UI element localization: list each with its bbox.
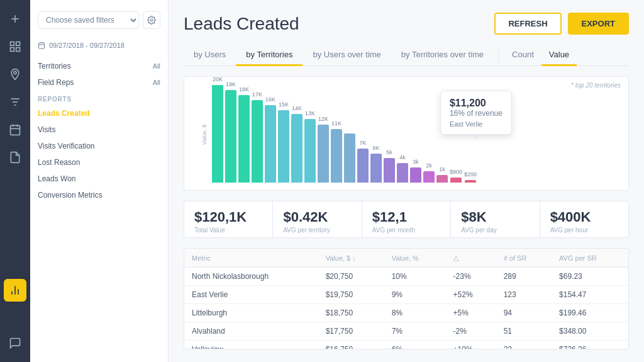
table-column-header: Value, $ ↓ xyxy=(318,249,384,268)
tab-by-users-over-time[interactable]: by Users over time xyxy=(303,45,391,66)
bar-item[interactable]: 1k xyxy=(436,166,448,183)
bar-rect xyxy=(370,154,382,183)
value-cell: $19,750 xyxy=(318,286,384,304)
bar-value-label: 12K xyxy=(318,116,328,122)
settings-button[interactable] xyxy=(143,11,160,29)
value-cell: $20,750 xyxy=(318,268,384,286)
svg-point-17 xyxy=(150,19,153,21)
bar-rect xyxy=(465,180,476,183)
bar-item[interactable]: 17K xyxy=(252,91,263,183)
sidebar-item-lost-reason[interactable]: Lost Reason xyxy=(30,154,168,171)
bar-rect xyxy=(331,129,342,183)
tab-value[interactable]: Value xyxy=(541,45,577,66)
sidebar-item-leads-created[interactable]: Leads Created xyxy=(30,105,168,122)
refresh-button[interactable]: REFRESH xyxy=(494,13,561,35)
bar-item[interactable]: 4k xyxy=(397,154,408,183)
bar-value-label: 4k xyxy=(399,154,406,161)
tab-by-territories-over-time[interactable]: by Territories over time xyxy=(391,45,494,66)
left-navigation xyxy=(0,0,30,362)
page-header: Leads Created REFRESH EXPORT xyxy=(184,13,629,35)
sr-cell: 23 xyxy=(496,341,552,349)
saved-filters-select[interactable]: Choose saved filters xyxy=(38,11,139,29)
metric-cell: East Verlie xyxy=(184,286,318,304)
bar-item[interactable]: 3k xyxy=(410,159,421,183)
sidebar-item-leads-won[interactable]: Leads Won xyxy=(30,171,168,187)
svg-rect-18 xyxy=(39,43,45,48)
bar-item[interactable]: 5k xyxy=(384,149,395,183)
tab-divider xyxy=(499,48,499,63)
delta-cell: +5% xyxy=(446,304,496,322)
tab-by-territories[interactable]: by Territories xyxy=(236,45,303,66)
pct-cell: 7% xyxy=(384,322,446,341)
bar-rect xyxy=(252,100,263,183)
bar-item[interactable]: 19K xyxy=(225,81,236,183)
bar-item[interactable] xyxy=(344,131,355,183)
avg-cell: $69.23 xyxy=(552,268,628,286)
bar-value-label: 7K xyxy=(359,140,366,146)
tab-count[interactable]: Count xyxy=(504,45,541,66)
nav-document-icon[interactable] xyxy=(4,146,26,169)
nav-chat-icon[interactable] xyxy=(4,332,26,354)
table-column-header: # of SR xyxy=(496,249,552,268)
nav-filter-icon[interactable] xyxy=(4,91,26,113)
bar-item[interactable]: $200 xyxy=(464,171,477,183)
bar-item[interactable]: 18K xyxy=(238,86,250,183)
table-row: East Verlie$19,7509%+52%123$154.47 xyxy=(184,286,628,304)
y-axis-label: Value, $ xyxy=(201,125,208,145)
tab-by-users[interactable]: by Users xyxy=(184,45,236,66)
bar-value-label: 20K xyxy=(213,76,223,82)
bar-rect xyxy=(291,114,303,183)
tooltip-pct: 16% of revenue xyxy=(450,109,502,118)
delta-cell: +52% xyxy=(446,286,496,304)
sidebar-item-visits[interactable]: Visits xyxy=(30,122,168,138)
bar-rect xyxy=(238,95,250,183)
stat-item: $8KAVG per day xyxy=(451,201,540,237)
sidebar: Choose saved filters 09/27/2018 - 09/27/… xyxy=(30,0,169,362)
nav-calendar-icon[interactable] xyxy=(4,118,26,141)
nav-chart-icon[interactable] xyxy=(4,279,26,302)
field-reps-filter[interactable]: Field Reps All xyxy=(30,74,168,91)
stat-value: $400K xyxy=(550,209,618,225)
bar-item[interactable]: 15K xyxy=(278,101,289,183)
bar-value-label: 15K xyxy=(279,101,289,108)
stat-item: $120,1KTotal Value xyxy=(184,201,273,237)
bar-item[interactable]: 7K xyxy=(357,140,369,183)
nav-plus-icon[interactable] xyxy=(4,8,26,30)
stat-label: Total Value xyxy=(194,227,262,234)
metric-cell: Littelburgh xyxy=(184,304,318,322)
metric-cell: Vellaview xyxy=(184,341,318,349)
export-button[interactable]: EXPORT xyxy=(568,13,629,35)
bar-item[interactable]: 14K xyxy=(291,105,303,183)
sidebar-item-conversion-metrics[interactable]: Conversion Metrics xyxy=(30,187,168,203)
territories-filter[interactable]: Territories All xyxy=(30,58,168,74)
bar-item[interactable]: $800 xyxy=(450,169,462,183)
nav-location-icon[interactable] xyxy=(4,63,26,86)
bar-item[interactable]: 6K xyxy=(370,145,382,183)
stat-label: AVG per hour xyxy=(550,227,618,234)
stat-value: $12,1 xyxy=(372,209,440,225)
table-column-header: △ xyxy=(446,249,496,268)
nav-grid-icon[interactable] xyxy=(4,35,26,58)
svg-rect-2 xyxy=(11,42,14,46)
avg-cell: $154.47 xyxy=(552,286,628,304)
bar-item[interactable]: 20K xyxy=(212,76,223,183)
bar-rect xyxy=(265,105,276,183)
bar-item[interactable]: 2k xyxy=(423,162,435,183)
bar-rect xyxy=(304,119,316,183)
bar-item[interactable]: 11K xyxy=(331,120,342,183)
avg-cell: $726.26 xyxy=(552,341,628,349)
chart-container: * top 20 territories Value, $ 20K19K18K1… xyxy=(184,76,629,191)
bar-rect xyxy=(423,171,435,183)
bar-item[interactable]: 16K xyxy=(265,96,276,183)
bar-item[interactable]: 13K xyxy=(304,110,316,183)
chart-tooltip: $11,200 16% of revenue East Verlie xyxy=(440,91,512,135)
delta-cell: -2% xyxy=(446,322,496,341)
table-row: Littelburgh$18,7508%+5%94$199.46 xyxy=(184,304,628,322)
bar-value-label: 11K xyxy=(331,120,341,127)
sidebar-item-visits-verification[interactable]: Visits Verification xyxy=(30,138,168,154)
bar-item[interactable]: 12K xyxy=(318,116,329,183)
sr-cell: 51 xyxy=(496,322,552,341)
stat-label: AVG per day xyxy=(461,227,529,234)
page-title: Leads Created xyxy=(184,14,299,34)
stat-item: $0.42KAVG per territory xyxy=(273,201,362,237)
